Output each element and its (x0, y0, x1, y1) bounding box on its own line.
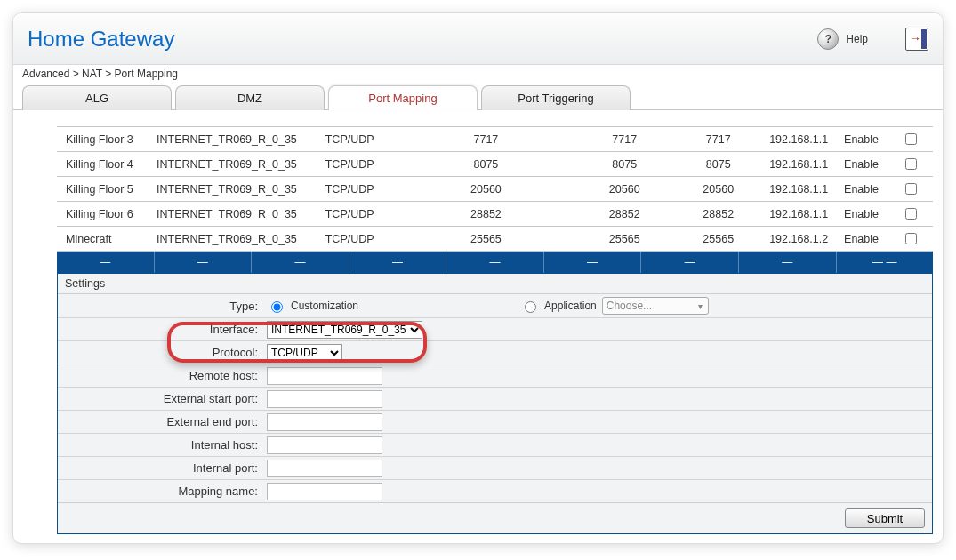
type-application-label: Application (544, 300, 597, 312)
settings-panel: Settings Type: Customization (57, 273, 933, 534)
interface-select[interactable]: INTERNET_TR069_R_0_35 (267, 321, 422, 339)
mapping-name-label: Mapping name: (58, 484, 267, 498)
row-checkbox[interactable] (905, 183, 917, 195)
help-link[interactable]: ? Help (817, 28, 868, 50)
table-row: Killing Floor 6INTERNET_TR069_R_0_35TCP/… (57, 202, 933, 227)
help-icon: ? (817, 28, 839, 50)
divider-bar: ————————— — (57, 252, 933, 273)
cell-port-ext-end: 8075 (575, 152, 674, 177)
cell-port-ext-start: 28852 (397, 202, 575, 227)
cell-port-int: 8075 (673, 152, 763, 177)
cell-status: Enable (834, 127, 888, 152)
mapping-table: Killing Floor 3INTERNET_TR069_R_0_35TCP/… (57, 126, 933, 252)
cell-protocol: TCP/UDP (302, 152, 397, 177)
table-row: MinecraftINTERNET_TR069_R_0_35TCP/UDP255… (57, 227, 933, 252)
cell-ip: 192.168.1.1 (763, 127, 834, 152)
divider-cell: — (155, 252, 253, 273)
cell-port-ext-start: 8075 (397, 152, 575, 177)
settings-title: Settings (58, 274, 932, 294)
cell-port-ext-start: 20560 (397, 177, 575, 202)
row-checkbox[interactable] (905, 133, 917, 145)
cell-port-ext-end: 20560 (575, 177, 674, 202)
cell-interface: INTERNET_TR069_R_0_35 (151, 152, 303, 177)
cell-name: Killing Floor 4 (57, 152, 151, 177)
help-label: Help (846, 33, 868, 45)
type-application-radio[interactable] (525, 301, 536, 313)
cell-status: Enable (834, 177, 888, 202)
cell-ip: 192.168.1.1 (763, 152, 834, 177)
table-row: Killing Floor 3INTERNET_TR069_R_0_35TCP/… (57, 127, 933, 152)
cell-name: Killing Floor 5 (57, 177, 151, 202)
cell-port-ext-start: 25565 (397, 227, 575, 252)
header: Home Gateway ? Help (13, 13, 943, 65)
cell-ip: 192.168.1.1 (763, 202, 834, 227)
remote-host-label: Remote host: (58, 369, 267, 382)
cell-check (888, 227, 933, 252)
page-title: Home Gateway (28, 27, 174, 52)
cell-port-int: 28852 (673, 202, 763, 227)
protocol-select[interactable]: TCP/UDP (267, 344, 342, 362)
external-end-port-input[interactable] (267, 413, 382, 431)
row-checkbox[interactable] (905, 233, 917, 244)
cell-port-ext-end: 28852 (575, 202, 674, 227)
external-start-port-input[interactable] (267, 390, 382, 408)
divider-cell: — (544, 252, 642, 273)
tab-port-triggering[interactable]: Port Triggering (481, 85, 631, 110)
cell-check (888, 177, 933, 202)
tab-port-mapping[interactable]: Port Mapping (328, 85, 478, 110)
tab-dmz[interactable]: DMZ (175, 85, 325, 110)
mapping-name-input[interactable] (267, 483, 382, 500)
table-row: Killing Floor 5INTERNET_TR069_R_0_35TCP/… (57, 177, 933, 202)
interface-label: Interface: (58, 323, 267, 336)
cell-ip: 192.168.1.1 (763, 177, 834, 202)
table-row: Killing Floor 4INTERNET_TR069_R_0_35TCP/… (57, 152, 933, 177)
divider-cell: — (446, 252, 544, 273)
protocol-label: Protocol: (58, 346, 267, 359)
divider-cell: — (252, 252, 349, 273)
cell-port-ext-start: 7717 (397, 127, 575, 152)
cell-protocol: TCP/UDP (302, 177, 397, 202)
tab-alg[interactable]: ALG (22, 85, 172, 110)
internal-port-label: Internal port: (58, 461, 267, 475)
row-checkbox[interactable] (905, 158, 917, 170)
tabs: ALG DMZ Port Mapping Port Triggering (13, 84, 943, 110)
divider-cell: — (349, 252, 447, 273)
type-label: Type: (58, 300, 267, 313)
cell-interface: INTERNET_TR069_R_0_35 (151, 202, 303, 227)
submit-button[interactable]: Submit (845, 508, 925, 528)
internal-host-label: Internal host: (58, 438, 267, 452)
breadcrumb: Advanced > NAT > Port Mapping (13, 65, 943, 83)
logout-icon[interactable] (905, 28, 928, 51)
remote-host-input[interactable] (267, 367, 382, 385)
cell-interface: INTERNET_TR069_R_0_35 (151, 127, 303, 152)
cell-check (888, 127, 933, 152)
row-checkbox[interactable] (905, 208, 917, 220)
external-start-port-label: External start port: (58, 392, 267, 405)
internal-host-input[interactable] (267, 436, 382, 454)
cell-name: Killing Floor 6 (57, 202, 151, 227)
cell-port-ext-end: 25565 (575, 227, 674, 252)
cell-check (888, 202, 933, 227)
cell-protocol: TCP/UDP (302, 227, 397, 252)
cell-protocol: TCP/UDP (302, 127, 397, 152)
cell-port-int: 20560 (673, 177, 763, 202)
divider-cell: — — (837, 252, 934, 273)
type-customization-label: Customization (291, 300, 358, 312)
external-end-port-label: External end port: (58, 415, 267, 428)
cell-port-int: 25565 (673, 227, 763, 252)
cell-interface: INTERNET_TR069_R_0_35 (151, 227, 303, 252)
cell-status: Enable (834, 202, 888, 227)
cell-check (888, 152, 933, 177)
divider-cell: — (739, 252, 837, 273)
divider-cell: — (57, 252, 155, 273)
cell-status: Enable (834, 152, 888, 177)
cell-name: Minecraft (57, 227, 151, 252)
application-select[interactable]: Choose... (602, 297, 709, 315)
internal-port-input[interactable] (267, 460, 382, 477)
type-customization-radio[interactable] (271, 301, 283, 313)
cell-ip: 192.168.1.2 (763, 227, 834, 252)
cell-port-ext-end: 7717 (575, 127, 674, 152)
cell-name: Killing Floor 3 (57, 127, 151, 152)
cell-status: Enable (834, 227, 888, 252)
cell-interface: INTERNET_TR069_R_0_35 (151, 177, 303, 202)
